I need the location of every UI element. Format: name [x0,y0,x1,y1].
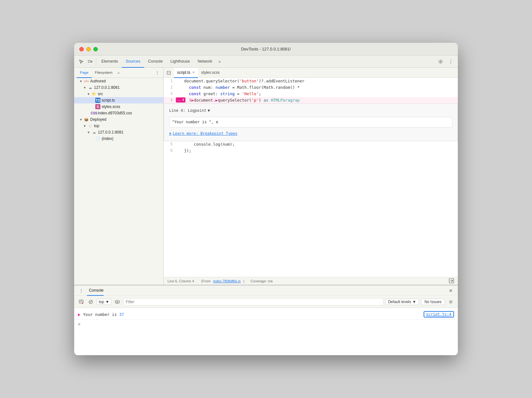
close-script-ts-tab[interactable]: ✕ [192,71,195,74]
console-menu-icon[interactable]: ⋮ [77,286,86,295]
close-console-icon[interactable]: ✕ [446,286,455,295]
tab-elements[interactable]: Elements [98,56,122,68]
learn-more-link[interactable]: ⊕ Learn more: Breakpoint Types [169,131,452,137]
tree-item-script-ts[interactable]: ▶ TS script.ts [74,97,163,103]
tab-console[interactable]: Console [144,56,167,68]
svg-point-13 [115,300,120,303]
tree-item-index-css[interactable]: ▶ CSS index.d9703d55.css [74,110,163,116]
console-body: ▶ Your number is 37 script.ts:4 > [74,308,458,355]
console-panel: ⋮ Console ✕ [74,285,458,355]
maximize-button[interactable] [93,47,98,51]
code-line-1: 1 document.querySelector('button')?.addE… [164,78,458,84]
block-icon[interactable] [87,298,95,306]
code-tab-styles-scss[interactable]: styles.scss [198,68,223,78]
console-settings-icon[interactable] [447,298,455,306]
default-levels-dropdown[interactable]: Default levels ▼ [385,299,419,305]
console-header: ⋮ Console ✕ [74,286,458,296]
eye-icon[interactable] [113,298,121,306]
tab-lighthouse[interactable]: Lighthouse [167,56,194,68]
code-line-3: 3 const greet: string = 'Hello'; [164,91,458,97]
tree-item-host-8081-deployed[interactable]: ▼ ☁ 127.0.0.1:8081 [74,129,163,135]
logpoint-popup: Line 4: Logpoint ▼ "Your number is ", e … [164,103,458,141]
svg-point-15 [450,301,451,302]
tab-network[interactable]: Network [194,56,216,68]
clear-console-button[interactable] [77,298,85,306]
code-area: 1 document.querySelector('button')?.addE… [164,78,458,277]
svg-rect-0 [88,60,91,62]
sidebar: Page Filesystem » ⋮ ▼ </> Authored ▼ ☁ [74,68,164,285]
more-options-icon[interactable]: ⋮ [446,57,455,66]
svg-line-12 [90,301,92,303]
log-entry-icon: ▶ [78,312,81,317]
svg-point-2 [440,61,442,62]
traffic-lights [79,47,98,51]
tab-sources[interactable]: Sources [122,56,144,68]
console-filter-input[interactable] [123,298,383,305]
code-panel-back-button[interactable] [165,69,173,77]
sidebar-tab-filesystem[interactable]: Filesystem [92,68,116,78]
devtools-tab-bar: Elements Sources Console Lighthouse Netw… [74,56,458,68]
code-tab-script-ts[interactable]: script.ts ✕ [174,68,198,78]
console-prompt[interactable]: > [74,320,458,328]
tree-item-src[interactable]: ▼ 📁 src [74,91,163,97]
device-toggle-icon[interactable] [86,57,95,66]
code-tabs: script.ts ✕ styles.scss [164,68,458,78]
window-title: DevTools - 127.0.0.1:8081/ [241,47,291,51]
tree-item-deployed[interactable]: ▼ 📦 Deployed [74,116,163,123]
logpoint-header: Line 4: Logpoint ▼ [169,108,452,114]
svg-rect-1 [91,61,92,62]
code-panel: script.ts ✕ styles.scss 1 document.query… [164,68,458,285]
tab-separator [96,58,96,65]
no-issues-button[interactable]: No Issues [421,299,445,305]
inspect-element-icon[interactable] [77,57,86,66]
sidebar-tab-page[interactable]: Page [77,68,92,78]
sidebar-menu-button[interactable]: ⋮ [154,70,161,75]
tree-item-top[interactable]: ▼ □ top [74,123,163,129]
console-title: Console [87,286,104,296]
devtools-window: DevTools - 127.0.0.1:8081/ Elements Sour… [74,43,458,355]
close-button[interactable] [79,47,84,51]
more-tabs-button[interactable]: » [216,56,223,68]
top-panel: Page Filesystem » ⋮ ▼ </> Authored ▼ ☁ [74,68,458,285]
svg-point-14 [117,301,118,302]
logpoint-input[interactable]: "Your number is ", e [169,117,452,127]
code-line-5: 5 console.log(num); [164,141,458,148]
tree-item-host-8081[interactable]: ▼ ☁ 127.0.0.1:8081 [74,84,163,91]
context-dropdown[interactable]: top ▼ [97,299,112,305]
tree-item-authored[interactable]: ▼ </> Authored [74,78,163,84]
title-bar: DevTools - 127.0.0.1:8081/ [74,43,458,56]
code-line-4: 4 .. 4 (▶document.▶querySelector('p') as… [164,97,458,103]
status-bar: Line 6, Column 4 (From index.7808df6e.js… [164,277,458,285]
tree-item-index[interactable]: ▶ 📄 (index) [74,135,163,142]
devtools-right-icons: ⋮ [436,57,455,66]
logpoint-type-dropdown[interactable]: Logpoint ▼ [188,108,210,114]
tree-item-styles-scss[interactable]: ▶ S styles.scss [74,103,163,110]
sidebar-more-tabs[interactable]: » [116,71,121,75]
main-content: Page Filesystem » ⋮ ▼ </> Authored ▼ ☁ [74,68,458,355]
code-line-6: 6 }); [164,148,458,154]
minimize-button[interactable] [86,47,91,51]
log-entry-text: Your number is 37 [83,312,124,317]
source-map-link[interactable]: index.7808df6e.js [213,279,241,283]
code-line-2: 2 const num: number = Math.floor(Math.ra… [164,84,458,91]
settings-icon[interactable] [436,57,445,66]
log-entry-source[interactable]: script.ts:4 [424,311,454,318]
console-toolbar: top ▼ Default levels ▼ No Issues [74,296,458,308]
sidebar-tabs: Page Filesystem » ⋮ [74,68,163,78]
console-log-entry: ▶ Your number is 37 script.ts:4 [74,309,458,320]
